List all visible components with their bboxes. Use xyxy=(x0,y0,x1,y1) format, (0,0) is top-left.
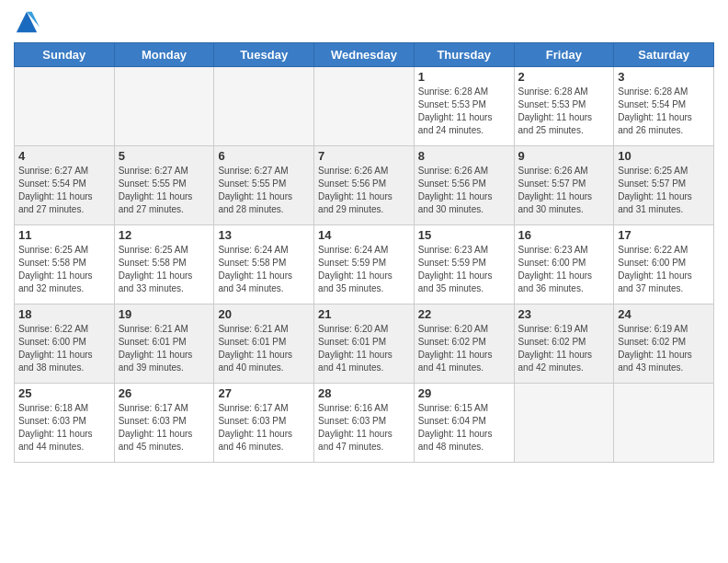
header xyxy=(14,9,714,35)
day-info: Sunrise: 6:27 AMSunset: 5:55 PMDaylight:… xyxy=(119,165,210,216)
day-info: Sunrise: 6:25 AMSunset: 5:57 PMDaylight:… xyxy=(618,165,710,216)
day-cell: 29Sunrise: 6:15 AMSunset: 6:04 PMDayligh… xyxy=(414,384,514,463)
day-cell: 4Sunrise: 6:27 AMSunset: 5:54 PMDaylight… xyxy=(15,146,115,225)
day-number: 16 xyxy=(518,228,610,242)
day-cell: 1Sunrise: 6:28 AMSunset: 5:53 PMDaylight… xyxy=(414,67,514,146)
day-cell: 5Sunrise: 6:27 AMSunset: 5:55 PMDaylight… xyxy=(114,146,214,225)
day-number: 22 xyxy=(418,307,510,321)
day-header-friday: Friday xyxy=(514,43,614,67)
day-cell xyxy=(314,67,415,146)
week-row-3: 11Sunrise: 6:25 AMSunset: 5:58 PMDayligh… xyxy=(15,225,714,304)
day-number: 11 xyxy=(18,228,110,242)
day-info: Sunrise: 6:28 AMSunset: 5:53 PMDaylight:… xyxy=(518,86,610,137)
day-header-monday: Monday xyxy=(114,43,214,67)
day-info: Sunrise: 6:25 AMSunset: 5:58 PMDaylight:… xyxy=(119,244,210,295)
day-header-wednesday: Wednesday xyxy=(314,43,415,67)
day-cell xyxy=(614,384,714,463)
day-info: Sunrise: 6:26 AMSunset: 5:56 PMDaylight:… xyxy=(318,165,410,216)
day-number: 12 xyxy=(119,228,210,242)
day-number: 19 xyxy=(119,307,210,321)
day-header-tuesday: Tuesday xyxy=(214,43,314,67)
day-cell: 13Sunrise: 6:24 AMSunset: 5:58 PMDayligh… xyxy=(214,225,314,304)
day-info: Sunrise: 6:27 AMSunset: 5:55 PMDaylight:… xyxy=(218,165,310,216)
day-number: 6 xyxy=(218,149,310,163)
day-info: Sunrise: 6:15 AMSunset: 6:04 PMDaylight:… xyxy=(418,402,510,454)
day-number: 26 xyxy=(119,386,210,400)
day-cell: 23Sunrise: 6:19 AMSunset: 6:02 PMDayligh… xyxy=(514,304,614,384)
day-cell: 15Sunrise: 6:23 AMSunset: 5:59 PMDayligh… xyxy=(414,225,514,304)
day-number: 27 xyxy=(218,386,310,400)
day-cell: 8Sunrise: 6:26 AMSunset: 5:56 PMDaylight… xyxy=(414,146,514,225)
day-cell: 7Sunrise: 6:26 AMSunset: 5:56 PMDaylight… xyxy=(314,146,415,225)
day-cell: 12Sunrise: 6:25 AMSunset: 5:58 PMDayligh… xyxy=(114,225,214,304)
day-number: 29 xyxy=(418,386,510,400)
day-number: 18 xyxy=(18,307,110,321)
day-number: 9 xyxy=(518,149,610,163)
logo xyxy=(14,9,43,35)
day-number: 25 xyxy=(18,386,110,400)
day-cell: 28Sunrise: 6:16 AMSunset: 6:03 PMDayligh… xyxy=(314,384,415,463)
day-info: Sunrise: 6:18 AMSunset: 6:03 PMDaylight:… xyxy=(18,402,110,454)
day-cell xyxy=(15,67,115,146)
day-number: 13 xyxy=(218,228,310,242)
day-cell: 26Sunrise: 6:17 AMSunset: 6:03 PMDayligh… xyxy=(114,384,214,463)
week-row-4: 18Sunrise: 6:22 AMSunset: 6:00 PMDayligh… xyxy=(15,304,714,384)
day-info: Sunrise: 6:24 AMSunset: 5:58 PMDaylight:… xyxy=(218,244,310,295)
day-number: 7 xyxy=(318,149,410,163)
day-info: Sunrise: 6:17 AMSunset: 6:03 PMDaylight:… xyxy=(218,402,310,454)
day-number: 8 xyxy=(418,149,510,163)
day-info: Sunrise: 6:27 AMSunset: 5:54 PMDaylight:… xyxy=(18,165,110,216)
day-cell xyxy=(114,67,214,146)
week-row-1: 1Sunrise: 6:28 AMSunset: 5:53 PMDaylight… xyxy=(15,67,714,146)
day-cell: 18Sunrise: 6:22 AMSunset: 6:00 PMDayligh… xyxy=(15,304,115,384)
day-cell: 20Sunrise: 6:21 AMSunset: 6:01 PMDayligh… xyxy=(214,304,314,384)
day-cell: 10Sunrise: 6:25 AMSunset: 5:57 PMDayligh… xyxy=(614,146,714,225)
day-cell xyxy=(214,67,314,146)
day-cell: 2Sunrise: 6:28 AMSunset: 5:53 PMDaylight… xyxy=(514,67,614,146)
header-row: SundayMondayTuesdayWednesdayThursdayFrid… xyxy=(15,43,714,67)
day-number: 1 xyxy=(418,70,510,84)
day-number: 2 xyxy=(518,70,610,84)
day-info: Sunrise: 6:23 AMSunset: 6:00 PMDaylight:… xyxy=(518,244,610,295)
day-info: Sunrise: 6:17 AMSunset: 6:03 PMDaylight:… xyxy=(119,402,210,454)
day-cell: 27Sunrise: 6:17 AMSunset: 6:03 PMDayligh… xyxy=(214,384,314,463)
day-number: 24 xyxy=(618,307,710,321)
day-info: Sunrise: 6:25 AMSunset: 5:58 PMDaylight:… xyxy=(18,244,110,295)
day-info: Sunrise: 6:26 AMSunset: 5:57 PMDaylight:… xyxy=(518,165,610,216)
day-info: Sunrise: 6:24 AMSunset: 5:59 PMDaylight:… xyxy=(318,244,410,295)
day-info: Sunrise: 6:22 AMSunset: 6:00 PMDaylight:… xyxy=(618,244,710,295)
day-cell: 16Sunrise: 6:23 AMSunset: 6:00 PMDayligh… xyxy=(514,225,614,304)
week-row-5: 25Sunrise: 6:18 AMSunset: 6:03 PMDayligh… xyxy=(15,384,714,463)
day-info: Sunrise: 6:20 AMSunset: 6:02 PMDaylight:… xyxy=(418,323,510,374)
day-info: Sunrise: 6:19 AMSunset: 6:02 PMDaylight:… xyxy=(618,323,710,374)
logo-icon xyxy=(14,9,40,35)
week-row-2: 4Sunrise: 6:27 AMSunset: 5:54 PMDaylight… xyxy=(15,146,714,225)
day-header-sunday: Sunday xyxy=(15,43,115,67)
day-number: 28 xyxy=(318,386,410,400)
day-cell: 19Sunrise: 6:21 AMSunset: 6:01 PMDayligh… xyxy=(114,304,214,384)
day-cell: 6Sunrise: 6:27 AMSunset: 5:55 PMDaylight… xyxy=(214,146,314,225)
day-info: Sunrise: 6:16 AMSunset: 6:03 PMDaylight:… xyxy=(318,402,410,454)
day-cell: 21Sunrise: 6:20 AMSunset: 6:01 PMDayligh… xyxy=(314,304,415,384)
calendar-table: SundayMondayTuesdayWednesdayThursdayFrid… xyxy=(14,42,714,463)
day-cell xyxy=(514,384,614,463)
day-info: Sunrise: 6:21 AMSunset: 6:01 PMDaylight:… xyxy=(119,323,210,374)
day-info: Sunrise: 6:22 AMSunset: 6:00 PMDaylight:… xyxy=(18,323,110,374)
day-cell: 17Sunrise: 6:22 AMSunset: 6:00 PMDayligh… xyxy=(614,225,714,304)
day-info: Sunrise: 6:19 AMSunset: 6:02 PMDaylight:… xyxy=(518,323,610,374)
day-number: 15 xyxy=(418,228,510,242)
day-number: 21 xyxy=(318,307,410,321)
day-info: Sunrise: 6:20 AMSunset: 6:01 PMDaylight:… xyxy=(318,323,410,374)
day-cell: 25Sunrise: 6:18 AMSunset: 6:03 PMDayligh… xyxy=(15,384,115,463)
day-number: 14 xyxy=(318,228,410,242)
day-info: Sunrise: 6:28 AMSunset: 5:54 PMDaylight:… xyxy=(618,86,710,137)
day-cell: 11Sunrise: 6:25 AMSunset: 5:58 PMDayligh… xyxy=(15,225,115,304)
day-number: 5 xyxy=(119,149,210,163)
day-number: 4 xyxy=(18,149,110,163)
day-info: Sunrise: 6:28 AMSunset: 5:53 PMDaylight:… xyxy=(418,86,510,137)
day-info: Sunrise: 6:23 AMSunset: 5:59 PMDaylight:… xyxy=(418,244,510,295)
day-number: 17 xyxy=(618,228,710,242)
day-cell: 14Sunrise: 6:24 AMSunset: 5:59 PMDayligh… xyxy=(314,225,415,304)
day-number: 3 xyxy=(618,70,710,84)
calendar-page: SundayMondayTuesdayWednesdayThursdayFrid… xyxy=(0,0,728,563)
